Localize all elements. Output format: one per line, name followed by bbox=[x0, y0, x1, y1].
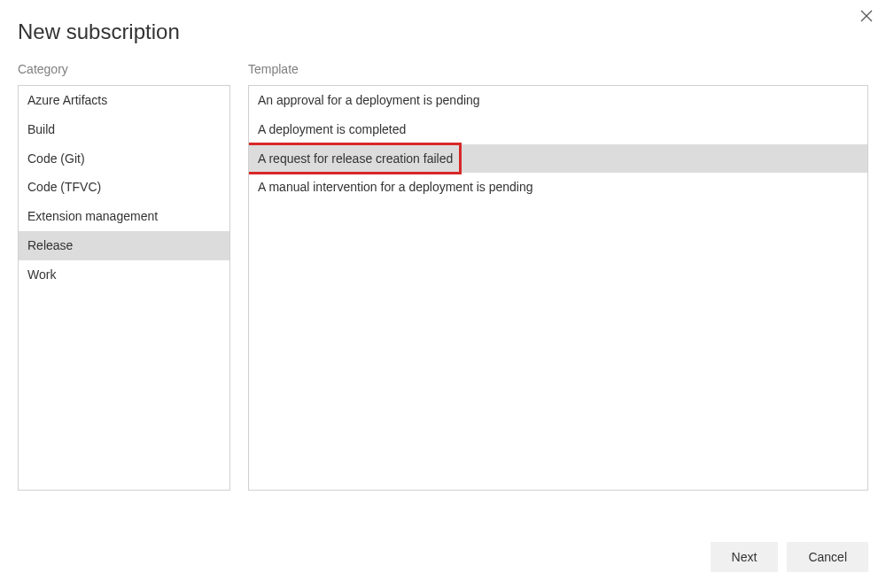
category-item[interactable]: Build bbox=[19, 115, 229, 144]
template-label: Template bbox=[248, 62, 868, 76]
next-button[interactable]: Next bbox=[711, 542, 779, 572]
close-icon[interactable] bbox=[858, 7, 875, 25]
category-item[interactable]: Extension management bbox=[19, 202, 229, 231]
template-list: An approval for a deployment is pendingA… bbox=[248, 85, 868, 491]
cancel-button[interactable]: Cancel bbox=[787, 542, 868, 572]
template-item-label: An approval for a deployment is pending bbox=[258, 93, 480, 107]
template-item[interactable]: A deployment is completed bbox=[249, 115, 867, 144]
category-label: Category bbox=[18, 62, 230, 76]
template-item-label: A request for release creation failed bbox=[258, 151, 453, 166]
template-item-label: A deployment is completed bbox=[258, 122, 406, 136]
category-list: Azure ArtifactsBuildCode (Git)Code (TFVC… bbox=[18, 85, 230, 491]
category-item[interactable]: Work bbox=[19, 260, 229, 290]
template-item-label: A manual intervention for a deployment i… bbox=[258, 180, 533, 194]
category-item[interactable]: Release bbox=[19, 231, 229, 260]
category-item[interactable]: Azure Artifacts bbox=[19, 86, 229, 115]
category-item[interactable]: Code (TFVC) bbox=[19, 173, 229, 202]
category-item[interactable]: Code (Git) bbox=[19, 144, 229, 174]
page-title: New subscription bbox=[0, 0, 886, 44]
dialog-footer: Next Cancel bbox=[711, 542, 868, 572]
template-item[interactable]: A manual intervention for a deployment i… bbox=[249, 173, 867, 202]
template-item[interactable]: An approval for a deployment is pending bbox=[249, 86, 867, 115]
dialog-content: Category Azure ArtifactsBuildCode (Git)C… bbox=[0, 44, 886, 508]
category-column: Category Azure ArtifactsBuildCode (Git)C… bbox=[18, 62, 230, 491]
template-column: Template An approval for a deployment is… bbox=[248, 62, 868, 491]
template-item[interactable]: A request for release creation failed bbox=[249, 144, 867, 174]
